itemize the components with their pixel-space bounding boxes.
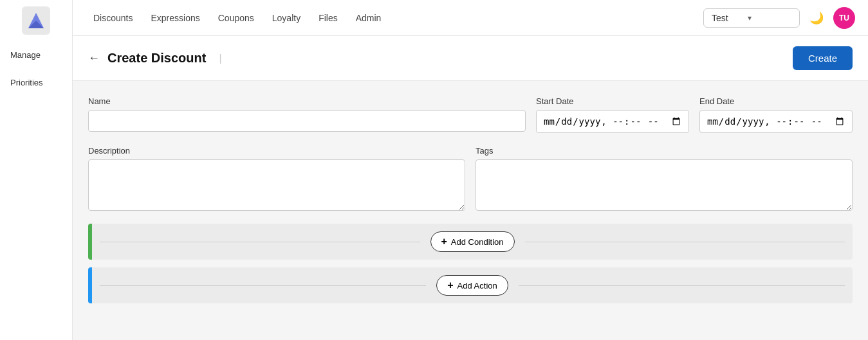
sidebar-item-manage[interactable]: Manage [10,48,41,62]
add-condition-button[interactable]: + Add Condition [430,231,515,252]
action-line-left [100,285,426,286]
chevron-down-icon: ▾ [748,13,752,22]
sidebar: Manage Priorities [0,0,73,340]
condition-line-right [525,242,845,242]
env-select-value: Test [712,13,728,23]
create-button[interactable]: Create [793,46,853,70]
nav-loyalty[interactable]: Loyalty [264,9,308,27]
topnav: Discounts Expressions Coupons Loyalty Fi… [73,0,868,36]
description-label: Description [88,146,465,156]
nav-discounts[interactable]: Discounts [86,9,140,27]
back-button[interactable]: ← [88,51,100,65]
name-input[interactable] [88,110,526,132]
add-condition-label: Add Condition [451,237,504,247]
page-header-left: ← Create Discount | [88,51,222,66]
nav-expressions[interactable]: Expressions [143,9,207,27]
action-panel: + Add Action [88,267,853,303]
sidebar-item-priorities[interactable]: Priorities [10,75,43,90]
end-date-label: End Date [699,96,853,106]
tags-label: Tags [476,146,853,156]
condition-panel: + Add Condition [88,224,853,260]
name-group: Name [88,96,526,133]
avatar[interactable]: TU [833,7,855,29]
plus-icon: + [441,236,447,247]
description-group: Description [88,146,465,211]
env-select[interactable]: Test ▾ [703,8,800,28]
plus-action-icon: + [447,280,453,291]
start-date-group: Start Date [536,96,689,133]
tags-group: Tags [476,146,853,211]
content-area: ← Create Discount | Create Name Start Da… [73,36,868,340]
action-line-right [519,285,845,286]
form-area: Name Start Date End Date Description [73,81,868,327]
start-date-input[interactable] [536,110,689,133]
form-row-2: Description Tags [88,146,853,211]
action-panel-content: + Add Action [92,267,853,303]
page-title: Create Discount [107,51,206,66]
main-area: Discounts Expressions Coupons Loyalty Fi… [73,0,868,340]
end-date-input[interactable] [699,110,853,133]
topnav-right: Test ▾ 🌙 TU [703,7,855,29]
condition-line-left [100,242,420,242]
add-action-label: Add Action [457,281,497,291]
condition-panel-content: + Add Condition [92,224,853,260]
app-logo [22,6,50,35]
add-action-button[interactable]: + Add Action [436,275,508,296]
title-divider: | [219,53,221,64]
nav-admin[interactable]: Admin [348,9,389,27]
tags-input[interactable] [476,159,853,211]
nav-files[interactable]: Files [311,9,346,27]
name-label: Name [88,96,526,106]
nav-coupons[interactable]: Coupons [210,9,262,27]
topnav-links: Discounts Expressions Coupons Loyalty Fi… [86,9,701,27]
form-row-1: Name Start Date End Date [88,96,853,133]
page-header: ← Create Discount | Create [73,36,868,81]
description-input[interactable] [88,159,465,211]
start-date-label: Start Date [536,96,689,106]
sidebar-nav: Manage Priorities [0,48,72,90]
end-date-group: End Date [699,96,853,133]
dark-mode-icon[interactable]: 🌙 [808,9,826,27]
